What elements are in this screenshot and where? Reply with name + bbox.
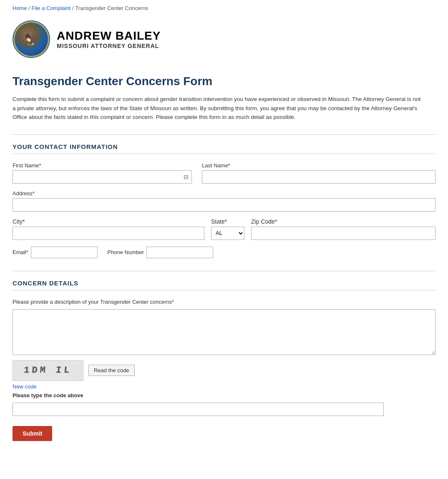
name-row: First Name* ⊟ Last Name*: [13, 162, 435, 184]
state-seal: 🦅: [13, 20, 50, 58]
concern-section: CONCERN DETAILS Please provide a descrip…: [13, 280, 435, 416]
state-group: State* ALAKAZARCACOCTDEFLGAHIIDILINIAKSK…: [211, 218, 244, 240]
concern-description-label: Please provide a description of your Tra…: [13, 299, 435, 305]
concern-description-textarea[interactable]: [13, 309, 435, 355]
breadcrumb: Home / File a Complaint / Transgender Ce…: [0, 0, 448, 16]
first-name-group: First Name* ⊟: [13, 162, 192, 184]
submit-button[interactable]: Submit: [13, 426, 52, 441]
first-name-input-wrapper: ⊟: [13, 170, 192, 184]
code-input-label: Please type the code above: [13, 392, 435, 398]
submit-section: Submit: [13, 426, 435, 441]
page-title: Transgender Center Concerns Form: [13, 75, 435, 88]
state-select[interactable]: ALAKAZARCACOCTDEFLGAHIIDILINIAKSKYLAMEMD…: [211, 227, 244, 240]
first-name-input[interactable]: [13, 170, 192, 184]
city-group: City*: [13, 218, 204, 240]
captcha-text: 1DM IL: [23, 365, 72, 376]
email-input[interactable]: [31, 247, 98, 258]
phone-group: Phone Number: [108, 247, 213, 258]
seal-eagle-icon: 🦅: [24, 33, 39, 46]
captcha-row: 1DM IL Read the code: [13, 360, 435, 381]
new-code-link[interactable]: New code: [13, 383, 435, 390]
breadcrumb-current: Transgender Center Concerns: [75, 5, 148, 11]
phone-input[interactable]: [146, 247, 213, 258]
header-title-block: ANDREW BAILEY MISSOURI ATTORNEY GENERAL: [57, 29, 161, 49]
page-description: Complete this form to submit a complaint…: [13, 95, 421, 122]
section-divider-middle: [13, 271, 435, 271]
address-label: Address*: [13, 190, 435, 197]
autofill-icon: ⊟: [184, 174, 189, 180]
contact-section: YOUR CONTACT INFORMATION First Name* ⊟ L…: [13, 143, 435, 258]
phone-label: Phone Number: [108, 249, 144, 255]
section-divider-top: [13, 134, 435, 135]
breadcrumb-file-complaint[interactable]: File a Complaint: [32, 5, 71, 11]
captcha-image: 1DM IL: [13, 360, 83, 381]
city-input[interactable]: [13, 227, 204, 240]
last-name-label: Last Name*: [202, 162, 435, 169]
last-name-group: Last Name*: [202, 162, 435, 184]
state-label: State*: [211, 218, 244, 225]
concern-description-group: Please provide a description of your Tra…: [13, 299, 435, 355]
address-group: Address*: [13, 190, 435, 212]
city-label: City*: [13, 218, 204, 225]
captcha-section: 1DM IL Read the code New code Please typ…: [13, 360, 435, 416]
first-name-label: First Name*: [13, 162, 192, 169]
email-group: Email*: [13, 247, 98, 258]
city-state-zip-row: City* State* ALAKAZARCACOCTDEFLGAHIIDILI…: [13, 218, 435, 240]
last-name-input[interactable]: [202, 170, 435, 184]
concern-section-title: CONCERN DETAILS: [13, 280, 435, 290]
attorney-general-name: ANDREW BAILEY: [57, 29, 161, 43]
contact-section-title: YOUR CONTACT INFORMATION: [13, 143, 435, 154]
email-phone-row: Email* Phone Number: [13, 247, 435, 258]
zip-group: Zip Code*: [251, 218, 435, 240]
address-input[interactable]: [13, 198, 435, 212]
captcha-code-input[interactable]: [13, 403, 384, 416]
attorney-general-title: MISSOURI ATTORNEY GENERAL: [57, 43, 161, 49]
zip-label: Zip Code*: [251, 218, 435, 225]
main-content: Transgender Center Concerns Form Complet…: [0, 66, 448, 458]
breadcrumb-home[interactable]: Home: [13, 5, 27, 11]
site-header: 🦅 ANDREW BAILEY MISSOURI ATTORNEY GENERA…: [0, 16, 448, 66]
email-label: Email*: [13, 249, 28, 255]
read-code-button[interactable]: Read the code: [88, 365, 135, 376]
zip-input[interactable]: [251, 227, 435, 240]
